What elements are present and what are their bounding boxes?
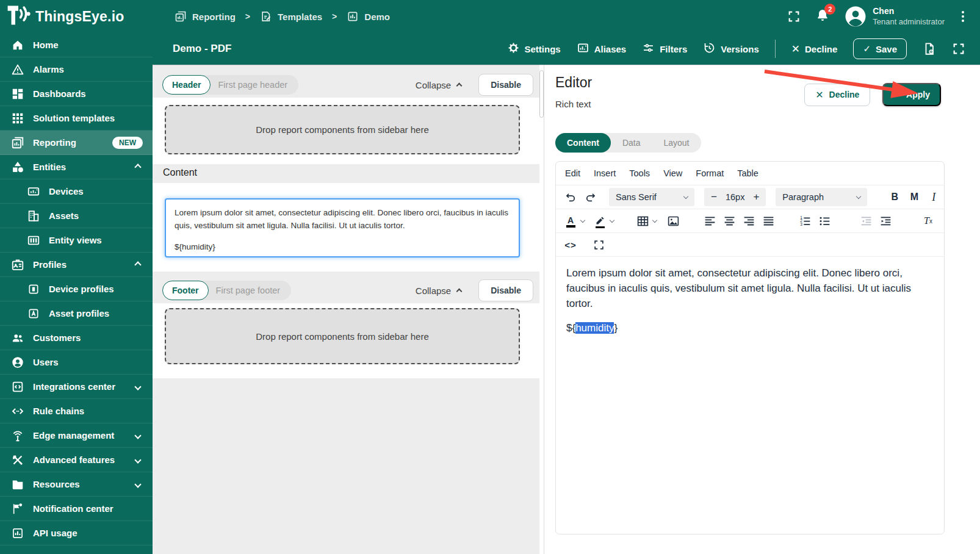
highlight-color-button[interactable] — [591, 212, 609, 230]
notifications-button[interactable]: 2 — [815, 8, 830, 25]
sidebar-item-home[interactable]: Home — [0, 33, 153, 57]
indent-button[interactable] — [876, 212, 895, 230]
sidebar-item-assets[interactable]: Assets — [0, 204, 153, 228]
increase-font-icon[interactable]: + — [753, 191, 759, 203]
sidebar-item-edge-management[interactable]: Edge management — [0, 423, 153, 448]
scrollbar-thumb[interactable] — [539, 70, 544, 118]
apply-button[interactable]: ✓ Apply — [882, 83, 941, 106]
breadcrumb-item-reporting[interactable]: Reporting — [175, 10, 236, 23]
align-right-button[interactable] — [740, 212, 758, 230]
table-button[interactable] — [633, 212, 652, 230]
redo-icon[interactable] — [581, 188, 599, 206]
sidebar-item-devices[interactable]: Devices — [0, 179, 153, 204]
sidebar-item-device-profiles[interactable]: Device profiles — [0, 277, 153, 301]
tab-layout[interactable]: Layout — [652, 133, 701, 153]
decline-button[interactable]: ✕ Decline — [804, 84, 870, 106]
settings-button[interactable]: Settings — [508, 42, 560, 56]
undo-icon[interactable] — [561, 188, 580, 206]
ordered-list-button[interactable]: 123 — [796, 212, 814, 230]
logo[interactable]: ThingsEye.io — [0, 2, 153, 31]
header-collapse-button[interactable]: Collapse — [416, 80, 461, 90]
richtext-editor: EditInsertToolsViewFormatTable Sans Seri… — [555, 161, 945, 534]
source-code-button[interactable]: <> — [561, 236, 580, 254]
align-center-button[interactable] — [720, 212, 738, 230]
menu-edit[interactable]: Edit — [565, 168, 580, 178]
filters-button[interactable]: Filters — [642, 41, 687, 56]
sidebar-item-alarms[interactable]: Alarms — [0, 57, 153, 82]
svg-text:3: 3 — [800, 221, 802, 226]
tab-content[interactable]: Content — [555, 133, 611, 153]
panel-scrollbar[interactable] — [539, 65, 544, 554]
breadcrumb-item-demo[interactable]: Demo — [347, 10, 390, 23]
strikethrough-button[interactable]: S — [944, 188, 945, 206]
menu-table[interactable]: Table — [737, 168, 758, 178]
sidebar-item-entities[interactable]: Entities — [0, 155, 153, 179]
footer-dropzone[interactable]: Drop report components from sidebar here — [165, 308, 520, 364]
sidebar-item-rule-chains[interactable]: Rule chains — [0, 399, 153, 423]
header-chip-group[interactable]: Header First page header — [162, 75, 298, 95]
align-left-button[interactable] — [701, 212, 719, 230]
align-justify-button[interactable] — [759, 212, 777, 230]
sidebar-item-api-usage[interactable]: API usage — [0, 521, 153, 545]
menu-view[interactable]: View — [663, 168, 682, 178]
insert-image-button[interactable] — [664, 212, 682, 230]
font-family-select[interactable]: Sans Serif — [609, 188, 694, 206]
sidebar-item-advanced-features[interactable]: Advanced features — [0, 448, 153, 472]
sidebar-item-users[interactable]: Users — [0, 350, 153, 375]
fullscreen-editor-icon[interactable] — [589, 236, 608, 254]
footer-chip[interactable]: Footer — [162, 281, 209, 300]
chevron-down-icon[interactable] — [580, 217, 585, 222]
bullet-list-button[interactable] — [815, 212, 834, 230]
sidebar-item-asset-profiles[interactable]: Asset profiles — [0, 301, 153, 326]
sidebar-item-entity-views[interactable]: Entity views — [0, 228, 153, 253]
sidebar-item-reporting[interactable]: ReportingNEW — [0, 131, 153, 155]
versions-button[interactable]: Versions — [703, 41, 759, 56]
header-disable-button[interactable]: Disable — [478, 74, 533, 96]
sidebar-item-dashboards[interactable]: Dashboards — [0, 82, 153, 106]
text-color-button[interactable]: A — [561, 212, 580, 230]
home-icon — [11, 38, 24, 52]
toolbar-row-2: A — [556, 209, 944, 232]
footer-collapse-button[interactable]: Collapse — [416, 286, 461, 296]
sidebar-item-integrations-center[interactable]: Integrations center — [0, 375, 153, 399]
menu-format[interactable]: Format — [696, 168, 724, 178]
decline-button-header[interactable]: ✕ Decline — [791, 44, 838, 54]
aliases-button[interactable]: Aliases — [577, 41, 627, 56]
fullscreen-icon[interactable] — [787, 10, 801, 23]
menu-insert[interactable]: Insert — [594, 168, 616, 178]
font-size-stepper[interactable]: − 16px + — [704, 188, 766, 206]
block-format-select[interactable]: Paragraph — [776, 188, 867, 206]
bold-button[interactable]: B — [885, 188, 904, 206]
user-menu[interactable]: Chen Tenant administrator — [845, 5, 945, 27]
fullscreen-icon[interactable] — [952, 42, 965, 56]
breadcrumb-item-templates[interactable]: Templates — [260, 10, 322, 23]
italic-button[interactable]: I — [924, 188, 943, 206]
save-button[interactable]: ✓ Save — [853, 38, 907, 59]
chevron-down-icon[interactable] — [652, 217, 657, 222]
footer-disable-button[interactable]: Disable — [478, 279, 533, 301]
generate-report-icon[interactable] — [923, 42, 936, 56]
chevron-down-icon[interactable] — [610, 217, 614, 222]
sidebar-item-customers[interactable]: Customers — [0, 326, 153, 350]
decrease-font-icon[interactable]: − — [711, 191, 717, 203]
sidebar-item-profiles[interactable]: Profiles — [0, 253, 153, 277]
assets-icon — [27, 209, 40, 223]
menu-tools[interactable]: Tools — [629, 168, 650, 178]
content-richtext-block[interactable]: Lorem ipsum dolor sit amet, consectetur … — [165, 198, 520, 257]
sidebar-item-solution-templates[interactable]: Solution templates — [0, 106, 153, 131]
merge-tags-button[interactable]: M — [905, 188, 923, 206]
editor-token-line: ${humidity} — [566, 321, 934, 336]
sidebar-item-notification-center[interactable]: Notification center — [0, 497, 153, 521]
header-chip[interactable]: Header — [162, 75, 211, 95]
templates-icon — [260, 10, 272, 23]
kebab-menu-icon[interactable] — [959, 9, 967, 24]
sidebar-item-resources[interactable]: Resources — [0, 472, 153, 497]
header-dropzone[interactable]: Drop report components from sidebar here — [165, 105, 520, 154]
editor-menubar: EditInsertToolsViewFormatTable — [556, 162, 944, 185]
editor-content-area[interactable]: Lorem ipsum dolor sit amet, consectetur … — [556, 256, 944, 439]
logo-icon — [5, 2, 32, 31]
footer-chip-group[interactable]: Footer First page footer — [162, 281, 291, 300]
tab-data[interactable]: Data — [611, 133, 652, 153]
outdent-button[interactable] — [857, 212, 875, 230]
clear-formatting-button[interactable]: Tx — [919, 212, 937, 230]
